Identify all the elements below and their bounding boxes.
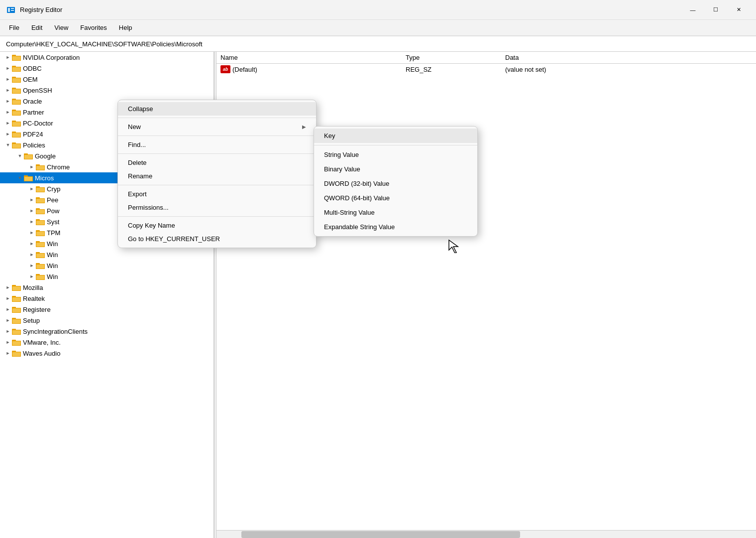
- tree-expander[interactable]: ►: [28, 207, 36, 215]
- tree-expander[interactable]: ►: [4, 119, 12, 127]
- submenu-expandable-string[interactable]: Expandable String Value: [314, 220, 477, 234]
- ctx-export[interactable]: Export: [118, 187, 316, 201]
- tree-item[interactable]: ► OEM: [0, 74, 214, 85]
- tree-item[interactable]: ► NVIDIA Corporation: [0, 52, 214, 63]
- folder-icon: [12, 305, 21, 313]
- ctx-permissions[interactable]: Permissions...: [118, 201, 316, 214]
- tree-item[interactable]: ► Win: [0, 249, 214, 260]
- tree-expander[interactable]: ►: [28, 218, 36, 226]
- folder-icon: [36, 262, 45, 269]
- ctx-new[interactable]: New ▶: [118, 120, 316, 134]
- scrollbar-thumb[interactable]: [241, 531, 520, 538]
- tree-item-label: Pow: [47, 207, 59, 215]
- menu-item-file[interactable]: File: [4, 22, 24, 33]
- tree-expander[interactable]: ►: [4, 294, 12, 302]
- ctx-rename[interactable]: Rename: [118, 169, 316, 183]
- tree-expander[interactable]: ►: [4, 108, 12, 116]
- tree-expander[interactable]: ►: [4, 283, 12, 291]
- tree-expander[interactable]: ►: [4, 130, 12, 138]
- folder-icon: [12, 141, 21, 149]
- tree-expander[interactable]: ►: [28, 251, 36, 259]
- folder-icon: [12, 283, 21, 291]
- ctx-goto-hkcu[interactable]: Go to HKEY_CURRENT_USER: [118, 232, 316, 246]
- data-row[interactable]: ab (Default) REG_SZ (value not set): [216, 64, 756, 75]
- submenu-sep-1: [314, 145, 477, 145]
- svg-rect-43: [24, 155, 32, 159]
- tree-item[interactable]: ► OpenSSH: [0, 85, 214, 96]
- tree-item-label: Registere: [23, 306, 51, 313]
- svg-rect-31: [12, 122, 20, 126]
- folder-icon: [24, 152, 33, 160]
- submenu-qword-value[interactable]: QWORD (64-bit) Value: [314, 191, 477, 205]
- address-bar: Computer\HKEY_LOCAL_MACHINE\SOFTWARE\Pol…: [0, 36, 756, 52]
- tree-item[interactable]: ► Mozilla: [0, 282, 214, 293]
- menu-item-favorites[interactable]: Favorites: [75, 22, 111, 33]
- ctx-copy-key-name[interactable]: Copy Key Name: [118, 219, 316, 232]
- minimize-button[interactable]: —: [681, 2, 704, 18]
- svg-rect-47: [36, 166, 44, 170]
- tree-expander[interactable]: ►: [4, 53, 12, 61]
- tree-item[interactable]: ► Win: [0, 271, 214, 282]
- ctx-collapse[interactable]: Collapse: [118, 102, 316, 116]
- tree-expander[interactable]: ►: [4, 349, 12, 357]
- tree-expander[interactable]: ►: [4, 316, 12, 324]
- tree-item[interactable]: ► Setup: [0, 315, 214, 326]
- submenu-binary-value[interactable]: Binary Value: [314, 162, 477, 176]
- folder-icon: [12, 97, 21, 105]
- svg-rect-15: [12, 78, 20, 82]
- tree-expander[interactable]: ►: [4, 86, 12, 94]
- submenu-multi-string[interactable]: Multi-String Value: [314, 205, 477, 220]
- tree-item[interactable]: ► VMware, Inc.: [0, 337, 214, 348]
- ctx-delete[interactable]: Delete: [118, 156, 316, 169]
- tree-expander[interactable]: ▼: [4, 141, 12, 149]
- folder-icon: [12, 294, 21, 302]
- folder-icon: [12, 349, 21, 357]
- menu-item-view[interactable]: View: [49, 22, 73, 33]
- tree-item-label: Win: [47, 251, 58, 259]
- tree-expander[interactable]: ►: [28, 229, 36, 237]
- folder-icon: [36, 218, 45, 226]
- folder-icon: [24, 174, 33, 182]
- ctx-copy-key-name-label: Copy Key Name: [128, 222, 175, 229]
- ctx-collapse-label: Collapse: [128, 105, 153, 113]
- data-cell-data: (value not set): [505, 66, 756, 73]
- tree-expander[interactable]: ►: [28, 185, 36, 193]
- submenu-key[interactable]: Key: [314, 129, 477, 143]
- menu-item-help[interactable]: Help: [114, 22, 137, 33]
- tree-item[interactable]: ► Win: [0, 260, 214, 271]
- tree-expander[interactable]: ►: [4, 327, 12, 335]
- svg-rect-55: [36, 188, 44, 192]
- svg-rect-51: [24, 177, 32, 181]
- tree-item-label: SyncIntegrationClients: [23, 328, 88, 335]
- tree-expander[interactable]: ►: [4, 75, 12, 83]
- tree-expander[interactable]: ►: [4, 64, 12, 72]
- tree-expander[interactable]: ►: [28, 196, 36, 204]
- tree-item[interactable]: ► ODBC: [0, 63, 214, 74]
- ctx-find[interactable]: Find...: [118, 138, 316, 151]
- tree-expander[interactable]: ►: [4, 305, 12, 313]
- ctx-sep-5: [118, 216, 316, 217]
- tree-expander[interactable]: ▼: [16, 174, 24, 182]
- svg-rect-27: [12, 111, 20, 115]
- tree-item[interactable]: ► Waves Audio: [0, 348, 214, 359]
- tree-expander[interactable]: ►: [28, 262, 36, 269]
- tree-expander[interactable]: ▼: [16, 152, 24, 160]
- tree-item[interactable]: ► SyncIntegrationClients: [0, 326, 214, 337]
- tree-item[interactable]: ► Realtek: [0, 293, 214, 304]
- tree-expander[interactable]: ►: [4, 338, 12, 346]
- tree-item[interactable]: ► Registere: [0, 304, 214, 315]
- tree-expander[interactable]: ►: [4, 97, 12, 105]
- maximize-button[interactable]: ☐: [704, 2, 727, 18]
- svg-rect-35: [12, 133, 20, 137]
- submenu-dword-value[interactable]: DWORD (32-bit) Value: [314, 176, 477, 191]
- svg-rect-11: [12, 67, 20, 71]
- svg-rect-99: [12, 308, 20, 312]
- tree-expander[interactable]: ►: [28, 163, 36, 171]
- tree-expander[interactable]: ►: [28, 240, 36, 248]
- submenu-string-value[interactable]: String Value: [314, 147, 477, 162]
- horizontal-scrollbar[interactable]: [216, 530, 756, 538]
- tree-expander[interactable]: ►: [28, 272, 36, 280]
- svg-rect-79: [36, 254, 44, 258]
- menu-item-edit[interactable]: Edit: [26, 22, 47, 33]
- close-button[interactable]: ✕: [727, 2, 750, 18]
